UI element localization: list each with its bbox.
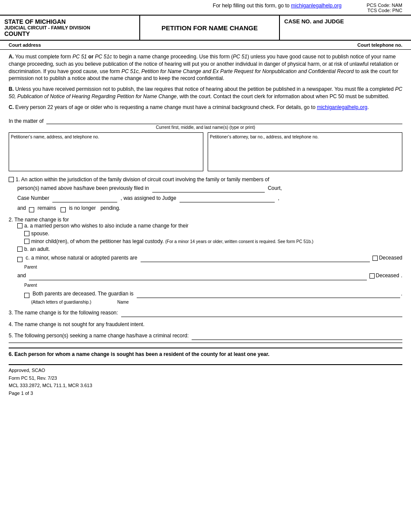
item2b-row: b. an adult. [17,246,402,252]
petitioner-right-box[interactable]: Petitioner’s attorney, bar no., address,… [208,132,402,171]
pcs-code: PCS Code: NAM [366,3,402,8]
item1-text3: Court, [268,184,282,192]
section-c-label: C. [9,104,14,110]
item-5: 5. The following person(s) seeking a nam… [9,332,402,343]
item1-casenumber-label: Case Number [17,194,49,202]
item4-text: 4. The name change is not sought for any… [9,321,144,327]
header-right: CASE NO. and JUDGE [279,16,411,40]
item1-checkbox[interactable] [9,177,14,182]
item2c-guardian-sublabels: (Attach letters of guardianship.) Name [31,300,402,304]
footer-page: Page 1 of 3 [9,390,402,397]
item2c-deceased2-checkbox[interactable] [369,273,375,279]
main-content: A. You must complete form PC 51 or PC 51… [0,50,411,401]
item2c-deceased1-checkbox[interactable] [372,256,378,261]
header-left: STATE OF MICHIGAN JUDICIAL CIRCUIT - FAM… [0,16,140,40]
item1-nolonger-label: is no longer [69,204,96,212]
item1-row: 1. An action within the jurisdiction of … [9,176,402,183]
item2c-attach-note: (Attach letters of guardianship.) [31,300,91,304]
tcs-code: TCS Code: PNC [366,8,402,13]
item1-court-field[interactable] [152,186,265,192]
item1-comma: , [278,194,279,202]
item1-remains-label: remains [38,204,56,212]
item1-casenumber-field[interactable] [52,196,117,202]
item2c-parent2-sublabel-row: Parent [24,282,402,288]
petitioner-left-box[interactable]: Petitioner’s name, address, and telephon… [9,132,203,171]
item2a-spouse-checkbox[interactable] [24,231,29,236]
item5-label: 5. The following person(s) seeking a nam… [9,332,189,340]
item2c-parent2-sublabel: Parent [24,283,37,288]
in-matter-field[interactable] [46,117,402,124]
item2a-minor-label: minor child(ren), of whom the petitioner… [31,238,313,244]
top-bar: For help filling out this form, go to mi… [0,0,411,16]
item2c-parent2-field[interactable] [29,274,366,280]
item2c-parent1-sublabel-row: Parent [24,264,402,270]
item2a-spouse-label: spouse. [31,231,49,237]
in-matter-label: In the matter of [9,118,44,124]
petitioner-left-label: Petitioner’s name, address, and telephon… [11,135,99,139]
item1-text1: 1. An action within the jurisdiction of … [16,176,269,183]
item6-text: 6. Each person for whom a name change is… [9,351,270,357]
item2c-label: c. a minor, whose natural or adopted par… [26,254,137,262]
petitioner-right-label: Petitioner’s attorney, bar no., address,… [210,135,318,139]
item1-pending-label: pending. [100,204,120,212]
section-c-text1: Every person 22 years of age or older wh… [15,104,317,110]
item5-field[interactable] [192,334,402,340]
footer: Approved, SCAO Form PC 51, Rev. 7/23 MCL… [9,364,402,397]
footer-form: Form PC 51, Rev. 7/23 [9,375,402,382]
item2c-parent1-sublabel: Parent [24,265,37,269]
item2b-checkbox[interactable] [17,247,22,252]
case-no-judge-label: CASE NO. and JUDGE [284,18,407,25]
item-1: 1. An action within the jurisdiction of … [9,176,402,213]
item2c-name-sublabel: Name [117,300,129,304]
item1-pending-row: and remains is no longer pending. [17,204,402,212]
item3-row: 3. The name change is for the following … [9,309,402,317]
item1-case-row: Case Number , was assigned to Judge , [17,194,402,202]
item-4: 4. The name change is not sought for any… [9,321,402,327]
item1-judge-field[interactable] [180,196,275,202]
item2c-row: c. a minor, whose natural or adopted par… [17,254,402,262]
codes: PCS Code: NAM TCS Code: PNC [366,3,402,13]
section-c-link[interactable]: michiganlegalhelp.org [317,104,367,110]
item2c-and: and [17,272,26,280]
item1-filed-row: person(s) named above has/have been prev… [17,184,402,192]
help-link[interactable]: michiganlegalhelp.org [291,3,342,9]
section-a-label: A. [9,54,14,60]
item-2: 2. The name change is for a. a married p… [9,217,402,304]
item2a-minor-row: minor child(ren), of whom the petitioner… [24,238,402,244]
item1-remains-checkbox[interactable] [29,207,34,212]
section-b-label: B. [9,86,14,92]
item2a-minor-checkbox[interactable] [24,239,29,244]
state-name: STATE OF MICHIGAN [4,18,135,25]
item1-text2: person(s) named above has/have been prev… [17,184,149,192]
item2c-guardian-field[interactable] [137,292,400,298]
section-c: C. Every person 22 years of age or older… [9,104,402,111]
court-telephone-label: Court telephone no. [357,42,402,48]
item-6: 6. Each person for whom a name change is… [9,347,402,357]
item3-field[interactable] [121,311,402,317]
in-matter-section: In the matter of Current first, middle, … [9,117,402,130]
item1-nolonger-checkbox[interactable] [61,207,66,212]
county: COUNTY [4,30,135,37]
item2b-label: b. an adult. [24,246,50,252]
item2c-deceased2-box: Deceased [369,272,399,280]
footer-mcl: MCL 333.2872, MCL 711.1, MCR 3.613 [9,382,402,390]
item2c-deceased1-box: Deceased [372,254,402,262]
item2c-parent1-field[interactable] [141,256,370,262]
in-matter-row: In the matter of [9,117,402,124]
section-c-text2: . [367,104,369,110]
court-address-label: Court address [9,42,41,48]
help-text: For help filling out this form, go to mi… [188,3,367,9]
item2a-checkbox[interactable] [17,223,22,228]
item2a-row: a. a married person who wishes to also i… [17,223,402,229]
item2c-checkbox[interactable] [17,257,22,262]
item2c-bothparents-checkbox[interactable] [24,293,29,298]
help-text-label: For help filling out this form, go to [213,3,291,9]
item2a-label: a. a married person who wishes to also i… [24,223,189,229]
item2a-minor-note: (For a minor 14 years or older, written … [165,239,313,244]
item2c-bothparents-row: Both parents are deceased. The guardian … [24,290,402,298]
footer-approved: Approved, SCAO [9,367,402,375]
item2c-deceased1-label: Deceased [379,254,402,262]
form-title: PETITION FOR NAME CHANGE [144,24,275,32]
item5-line2 [9,343,402,343]
item1-and: and [17,204,26,212]
